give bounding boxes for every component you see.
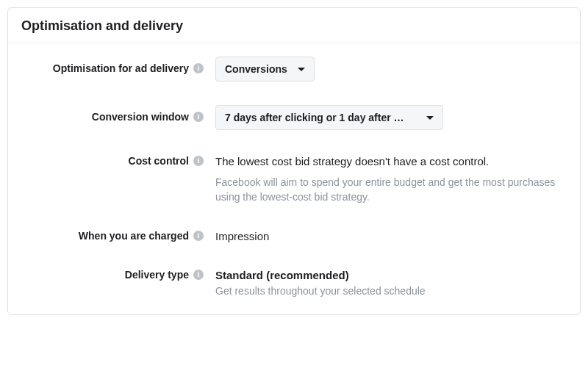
- row-conversion-window: Conversion window i 7 days after clickin…: [24, 105, 564, 130]
- info-icon[interactable]: i: [193, 63, 204, 73]
- value-col: Standard (recommended) Get results throu…: [215, 267, 564, 299]
- info-icon[interactable]: i: [193, 270, 204, 280]
- charged-value: Impression: [215, 228, 564, 244]
- optimisation-dropdown[interactable]: Conversions: [215, 57, 315, 82]
- optimisation-delivery-card: Optimisation and delivery Optimisation f…: [7, 7, 581, 315]
- delivery-type-value: Standard (recommended): [215, 267, 564, 283]
- label-optimisation: Optimisation for ad delivery: [53, 62, 189, 74]
- label-col: Cost control i: [24, 154, 215, 167]
- label-col: Optimisation for ad delivery i: [24, 57, 215, 74]
- label-col: When you are charged i: [24, 228, 215, 242]
- card-body: Optimisation for ad delivery i Conversio…: [8, 43, 580, 314]
- row-optimisation: Optimisation for ad delivery i Conversio…: [24, 57, 564, 82]
- label-cost-control: Cost control: [129, 155, 189, 167]
- conversion-window-dropdown-value: 7 days after clicking or 1 day after …: [225, 112, 404, 123]
- optimisation-dropdown-value: Conversions: [225, 63, 287, 75]
- value-col: 7 days after clicking or 1 day after …: [215, 105, 564, 130]
- caret-down-icon: [298, 68, 305, 71]
- cost-control-secondary: Facebook will aim to spend your entire b…: [215, 175, 564, 205]
- conversion-window-dropdown[interactable]: 7 days after clicking or 1 day after …: [215, 105, 443, 130]
- delivery-type-hint: Get results throughout your selected sch…: [215, 284, 564, 299]
- info-icon[interactable]: i: [193, 156, 204, 166]
- caret-down-icon: [426, 116, 434, 120]
- info-icon[interactable]: i: [193, 112, 204, 122]
- info-icon[interactable]: i: [193, 231, 204, 241]
- label-col: Conversion window i: [24, 105, 215, 123]
- value-col: The lowest cost bid strategy doesn't hav…: [215, 154, 564, 205]
- card-header: Optimisation and delivery: [8, 8, 580, 43]
- label-conversion-window: Conversion window: [92, 111, 189, 123]
- label-delivery-type: Delivery type: [125, 269, 189, 281]
- card-title: Optimisation and delivery: [21, 18, 183, 33]
- value-col: Impression: [215, 228, 564, 244]
- row-delivery-type: Delivery type i Standard (recommended) G…: [24, 267, 564, 299]
- label-charged: When you are charged: [79, 230, 189, 242]
- row-cost-control: Cost control i The lowest cost bid strat…: [24, 154, 564, 205]
- cost-control-primary: The lowest cost bid strategy doesn't hav…: [215, 154, 564, 169]
- row-charged: When you are charged i Impression: [24, 228, 564, 244]
- value-col: Conversions: [215, 57, 564, 82]
- label-col: Delivery type i: [24, 267, 215, 281]
